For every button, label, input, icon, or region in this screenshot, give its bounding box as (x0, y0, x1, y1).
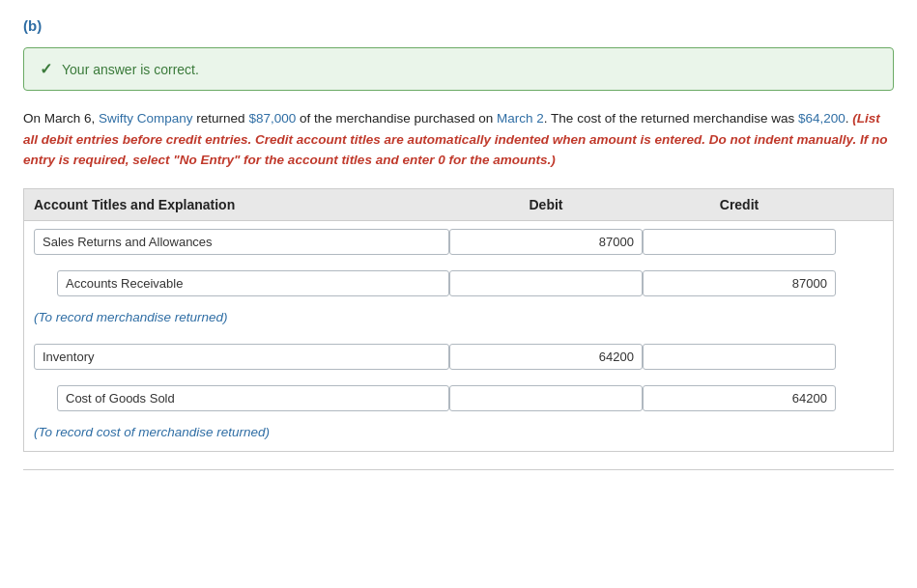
credit-input-2[interactable] (643, 270, 836, 296)
credit-input-4[interactable] (643, 385, 836, 411)
success-banner: ✓ Your answer is correct. (23, 47, 894, 91)
success-text: Your answer is correct. (62, 62, 199, 77)
account-input-1[interactable] (34, 229, 449, 255)
table-row (24, 378, 893, 419)
account-input-3[interactable] (34, 344, 449, 370)
table-header: Account Titles and Explanation Debit Cre… (23, 188, 894, 220)
header-account: Account Titles and Explanation (34, 197, 449, 212)
account-input-2[interactable] (57, 270, 449, 296)
note-row-1: (To record merchandise returned) (24, 304, 893, 336)
account-cell-2 (34, 270, 449, 296)
part-label: (b) (23, 17, 894, 34)
purchase-date: March 2 (497, 111, 544, 126)
table-row (24, 221, 893, 263)
credit-cell-1 (643, 229, 836, 255)
table-row (24, 336, 893, 378)
bottom-divider (23, 469, 894, 470)
header-credit: Credit (643, 197, 836, 212)
debit-cell-2 (449, 270, 643, 296)
debit-cell-4 (449, 385, 643, 411)
account-cell-4 (34, 385, 449, 411)
company-name: Swifty Company (99, 111, 193, 126)
credit-cell-4 (643, 385, 836, 411)
debit-input-2[interactable] (449, 270, 643, 296)
table-row (24, 263, 893, 304)
credit-cell-3 (643, 344, 836, 370)
account-input-4[interactable] (57, 385, 449, 411)
journal-table: Account Titles and Explanation Debit Cre… (23, 188, 894, 452)
cost-amount: $64,200 (798, 111, 845, 126)
debit-input-4[interactable] (449, 385, 643, 411)
header-debit: Debit (449, 197, 643, 212)
credit-input-1[interactable] (643, 229, 836, 255)
check-icon: ✓ (40, 60, 52, 78)
credit-cell-2 (643, 270, 836, 296)
debit-input-1[interactable] (449, 229, 643, 255)
debit-cell-3 (449, 344, 643, 370)
account-cell-3 (34, 344, 449, 370)
debit-input-3[interactable] (449, 344, 643, 370)
table-body: (To record merchandise returned) (23, 220, 894, 452)
credit-input-3[interactable] (643, 344, 836, 370)
problem-description: On March 6, Swifty Company returned $87,… (23, 108, 894, 171)
debit-cell-1 (449, 229, 643, 255)
note-row-2: (To record cost of merchandise returned) (24, 419, 893, 451)
account-cell-1 (34, 229, 449, 255)
return-amount: $87,000 (248, 111, 296, 126)
